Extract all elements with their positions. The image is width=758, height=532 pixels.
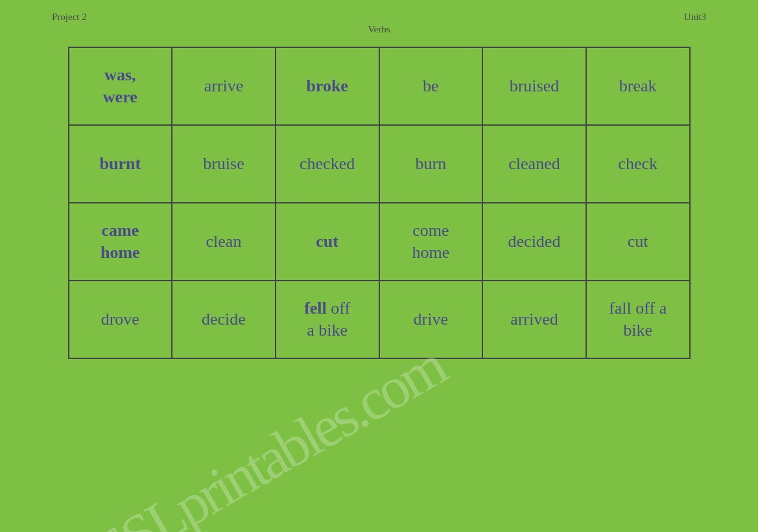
table-cell: arrived xyxy=(482,281,586,358)
table-cell: be xyxy=(379,47,483,125)
table-cell: was,were xyxy=(69,47,172,125)
table-cell: bruised xyxy=(482,47,586,125)
table-cell: break xyxy=(586,47,690,125)
unit-label: Unit3 xyxy=(684,12,706,23)
project-label: Project 2 xyxy=(52,12,87,23)
verbs-table: was,werearrivebrokebebruisedbreakburntbr… xyxy=(68,47,691,359)
table-cell: burn xyxy=(379,125,483,203)
table-cell: check xyxy=(586,125,690,203)
table-cell: fell offa bike xyxy=(276,281,379,358)
table-cell: comehome xyxy=(379,203,483,281)
table-cell: fall off abike xyxy=(586,281,690,358)
table-cell: bruise xyxy=(172,125,276,203)
table-cell: burnt xyxy=(69,125,172,203)
table-cell: cleaned xyxy=(482,125,586,203)
table-cell: decide xyxy=(172,281,276,358)
table-cell: drive xyxy=(379,281,483,358)
table-row: camehomecleancutcomehomedecidedcut xyxy=(69,203,690,281)
header: Project 2 Unit3 xyxy=(0,0,758,23)
table-cell: camehome xyxy=(69,203,172,281)
table-cell: arrive xyxy=(172,47,276,125)
table-cell: drove xyxy=(69,281,172,358)
table-cell: checked xyxy=(276,125,379,203)
table-wrapper: was,werearrivebrokebebruisedbreakburntbr… xyxy=(68,47,691,359)
table-row: was,werearrivebrokebebruisedbreak xyxy=(69,47,690,125)
table-cell: cut xyxy=(276,203,379,281)
table-row: drovedecidefell offa bikedrivearrivedfal… xyxy=(69,281,690,358)
watermark: ESLprintables.com xyxy=(81,332,455,532)
table-cell: broke xyxy=(276,47,379,125)
subtitle: Verbs xyxy=(0,24,758,35)
table-cell: clean xyxy=(172,203,276,281)
table-row: burntbruisecheckedburncleanedcheck xyxy=(69,125,690,203)
table-cell: cut xyxy=(586,203,690,281)
table-cell: decided xyxy=(482,203,586,281)
